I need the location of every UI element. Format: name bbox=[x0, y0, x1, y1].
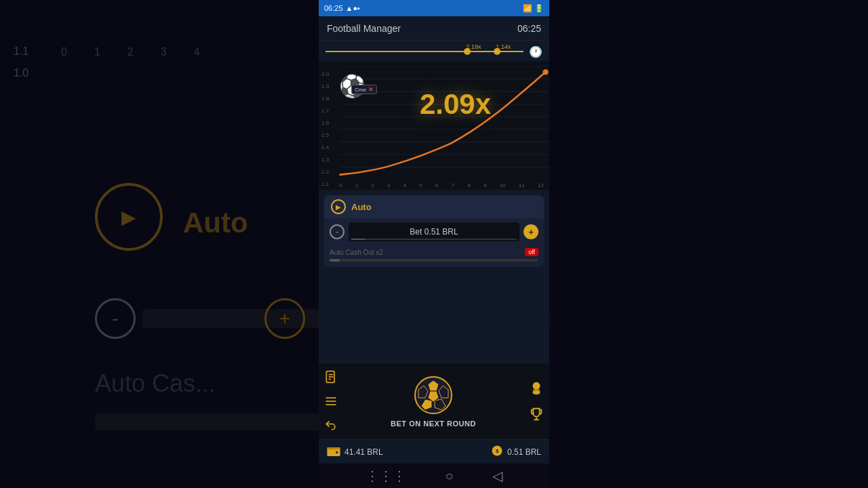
bet-minus-button[interactable]: - bbox=[330, 224, 344, 239]
x-label-5: 5 bbox=[419, 182, 422, 188]
app-header-time: 06:25 bbox=[517, 23, 541, 34]
bet-next-round[interactable]: BET ON NEXT ROUND bbox=[343, 375, 524, 428]
signal-icon: 📶 bbox=[523, 4, 532, 13]
bg-minus-button: - bbox=[95, 298, 136, 339]
y-label-17: 1.7 bbox=[321, 104, 329, 117]
x-label-6: 6 bbox=[435, 182, 438, 188]
svg-point-29 bbox=[336, 451, 338, 453]
x-label-4: 4 bbox=[403, 182, 406, 188]
nav-menu-button[interactable]: ⋮⋮⋮ bbox=[366, 468, 406, 484]
status-time: 06:25 bbox=[324, 4, 343, 12]
y-label-14: 1.4 bbox=[321, 141, 329, 153]
autocash-slider[interactable] bbox=[330, 259, 538, 262]
x-label-7: 7 bbox=[452, 182, 454, 188]
x-label-12: 12 bbox=[538, 182, 544, 188]
wallet-amount: 41.41 BRL bbox=[344, 447, 383, 457]
bet-plus-button[interactable]: + bbox=[524, 224, 538, 239]
svg-point-9 bbox=[542, 69, 548, 75]
status-left: 06:25 ▲●▪ bbox=[324, 4, 360, 12]
bg-autocash-text: Auto Cas... bbox=[95, 369, 216, 398]
auto-play-icon[interactable]: ▶ bbox=[331, 199, 346, 214]
phone-container: 06:25 ▲●▪ 📶 🔋 Football Manager 06:25 2.1… bbox=[319, 0, 549, 488]
multiplier-display: 2.09x bbox=[420, 88, 491, 121]
wallet-balance: 41.41 BRL bbox=[327, 445, 383, 459]
app-header: Football Manager 06:25 bbox=[319, 16, 549, 41]
status-right: 📶 🔋 bbox=[523, 4, 544, 13]
svg-point-26 bbox=[533, 391, 540, 395]
battery-icon: 🔋 bbox=[534, 4, 544, 13]
nav-home-button[interactable]: ○ bbox=[445, 468, 453, 484]
y-label-12: 1.2 bbox=[321, 165, 329, 178]
coin-icon: $ bbox=[491, 445, 503, 460]
autocash-row: Auto Cash Out x2 off bbox=[324, 245, 544, 267]
bet-slider-line bbox=[351, 239, 517, 240]
left-side-icons bbox=[324, 370, 338, 432]
status-bar: 06:25 ▲●▪ 📶 🔋 bbox=[319, 0, 549, 16]
nav-back-button[interactable]: ◁ bbox=[492, 468, 502, 484]
bg-right bbox=[549, 0, 868, 488]
wallet-icon bbox=[327, 445, 340, 459]
track-val-1: 2.19x bbox=[466, 43, 481, 50]
status-icons: ▲●▪ bbox=[346, 4, 360, 12]
y-label-11: 1.1 bbox=[321, 178, 329, 190]
x-label-11: 11 bbox=[519, 182, 525, 188]
coin-balance: $ 0.51 BRL bbox=[491, 445, 541, 460]
right-side-icons bbox=[529, 381, 544, 422]
soccer-ball-icon bbox=[413, 375, 454, 415]
bet-section: ▶ Auto - Bet 0.51 BRL + Au bbox=[319, 190, 549, 363]
x-label-3: 3 bbox=[387, 182, 390, 188]
auto-header: ▶ Auto bbox=[324, 195, 544, 218]
coin-amount: 0.51 BRL bbox=[507, 447, 541, 457]
bg-plus-button: + bbox=[264, 298, 305, 339]
trophy-icon[interactable] bbox=[529, 407, 544, 422]
bg-auto-icon: ▶ bbox=[95, 183, 163, 251]
cme-badge: Cme ✕ bbox=[351, 85, 377, 94]
y-label-16: 1.6 bbox=[321, 117, 329, 129]
graph-y-labels: 2.0 1.9 1.8 1.7 1.6 1.5 1.4 1.3 1.2 1.1 bbox=[321, 68, 329, 190]
bet-next-label: BET ON NEXT ROUND bbox=[391, 420, 476, 428]
back-icon[interactable] bbox=[324, 419, 338, 432]
auto-panel: ▶ Auto - Bet 0.51 BRL + Au bbox=[324, 195, 544, 267]
off-badge: off bbox=[525, 248, 538, 256]
svg-point-24 bbox=[533, 382, 540, 390]
clock-icon: 🕐 bbox=[529, 45, 542, 58]
y-label-19: 1.9 bbox=[321, 80, 329, 92]
track-val-2: 1.14x bbox=[496, 43, 511, 50]
x-axis: 0 1 2 3 4 5 6 7 8 9 10 11 12 bbox=[319, 181, 549, 190]
multiplier-track: 2.19x 1.14x 🕐 bbox=[319, 41, 549, 61]
autocash-text: Auto Cash Out x2 bbox=[330, 249, 383, 256]
nav-bar: ⋮⋮⋮ ○ ◁ bbox=[319, 464, 549, 488]
coins-icon[interactable] bbox=[529, 381, 544, 396]
cme-close[interactable]: ✕ bbox=[368, 86, 374, 93]
action-area: BET ON NEXT ROUND bbox=[319, 363, 549, 439]
app-title: Football Manager bbox=[327, 23, 401, 34]
track-wrapper: 2.19x 1.14x bbox=[326, 45, 524, 58]
balance-bar: 41.41 BRL $ 0.51 BRL bbox=[319, 439, 549, 464]
autocash-label: Auto Cash Out x2 off bbox=[330, 248, 538, 256]
x-label-2: 2 bbox=[371, 182, 374, 188]
y-label-13: 1.3 bbox=[321, 153, 329, 165]
y-label-18: 1.8 bbox=[321, 92, 329, 104]
x-label-10: 10 bbox=[500, 182, 506, 188]
menu-icon[interactable] bbox=[324, 394, 338, 408]
bet-input-wrapper: Bet 0.51 BRL bbox=[349, 222, 519, 241]
bet-amount-label: Bet 0.51 BRL bbox=[410, 227, 458, 237]
x-label-1: 1 bbox=[355, 182, 358, 188]
autocash-slider-fill bbox=[330, 259, 340, 262]
bet-slider-fill bbox=[351, 239, 365, 240]
document-icon[interactable] bbox=[324, 370, 338, 384]
svg-rect-28 bbox=[327, 447, 340, 449]
graph-area: 2.0 1.9 1.8 1.7 1.6 1.5 1.4 1.3 1.2 1.1 … bbox=[319, 61, 549, 181]
x-label-9: 9 bbox=[484, 182, 486, 188]
x-label-8: 8 bbox=[467, 182, 470, 188]
y-label-15: 1.5 bbox=[321, 129, 329, 141]
y-label-20: 2.0 bbox=[321, 68, 329, 80]
graph-svg bbox=[339, 66, 549, 178]
x-label-0: 0 bbox=[339, 182, 342, 188]
bg-auto-text: Auto bbox=[183, 207, 248, 239]
cme-label: Cme bbox=[355, 87, 366, 93]
bet-row: - Bet 0.51 BRL + bbox=[324, 218, 544, 245]
auto-label: Auto bbox=[351, 202, 372, 212]
